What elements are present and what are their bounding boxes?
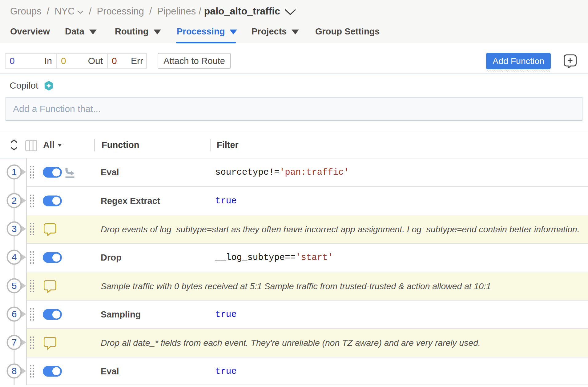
svg-text:6: 6	[12, 309, 17, 319]
svg-text:2: 2	[12, 195, 17, 205]
svg-text:5: 5	[12, 281, 17, 291]
svg-text:8: 8	[12, 366, 17, 376]
svg-text:1: 1	[12, 167, 17, 177]
svg-text:4: 4	[12, 252, 17, 262]
svg-text:7: 7	[12, 337, 17, 347]
svg-text:3: 3	[12, 224, 17, 234]
